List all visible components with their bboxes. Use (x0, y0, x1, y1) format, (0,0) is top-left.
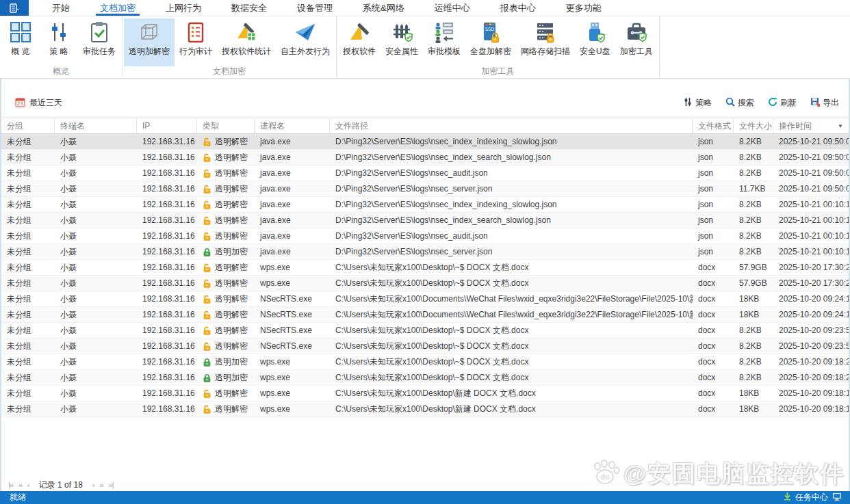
table-row[interactable]: 未分组小聂192.168.31.16透明加密wps.exeC:\Users\未知… (1, 370, 849, 386)
table-row[interactable]: 未分组小聂192.168.31.16透明解密NSecRTS.exeC:\User… (1, 307, 849, 323)
action-刷新[interactable]: 刷新 (768, 97, 797, 109)
ribbon-item-授权软件[interactable]: 授权软件 (338, 18, 381, 66)
cell-type: 透明解密 (197, 150, 255, 165)
cell-terminal: 小聂 (55, 150, 137, 165)
fast-prev-button[interactable]: « (16, 481, 25, 489)
next-page-button[interactable]: › (90, 481, 97, 489)
table-row[interactable]: 未分组小聂192.168.31.16透明解密wps.exeC:\Users\未知… (1, 276, 849, 291)
cell-group: 未分组 (1, 197, 55, 212)
ribbon-item-概览[interactable]: 概 览 (1, 18, 40, 66)
table-row[interactable]: 未分组小聂192.168.31.16透明加密java.exeD:\Ping32\… (1, 244, 849, 260)
table-row[interactable]: 未分组小聂192.168.31.16透明解密java.exeD:\Ping32\… (1, 150, 849, 165)
ribbon-item-加密工具[interactable]: 加密工具 (615, 18, 658, 66)
column-header-ip[interactable]: IP (137, 118, 197, 133)
cell-format: json (693, 244, 734, 259)
last-page-button[interactable]: »| (106, 481, 116, 489)
cell-type: 透明解密 (197, 165, 255, 181)
cell-format: json (693, 228, 734, 243)
cell-format: docx (693, 260, 734, 275)
first-page-button[interactable]: |« (5, 481, 16, 489)
column-header-terminal[interactable]: 终端名 (55, 118, 137, 133)
tab-数据安全[interactable]: 数据安全 (216, 0, 282, 16)
date-filter-label: 最近三天 (29, 97, 62, 109)
tab-运维中心[interactable]: 运维中心 (420, 0, 485, 16)
lock-open-icon (203, 137, 211, 146)
column-header-type[interactable]: 类型 (197, 118, 255, 133)
ribbon-item-策略[interactable]: 策 略 (40, 18, 78, 66)
table-row[interactable]: 未分组小聂192.168.31.16透明解密java.exeD:\Ping32\… (1, 197, 849, 213)
svg-text:SSD: SSD (485, 27, 494, 32)
date-filter-button[interactable]: 23 最近三天 (15, 97, 62, 109)
tab-上网行为[interactable]: 上网行为 (151, 0, 216, 16)
table-row[interactable]: 未分组小聂192.168.31.16透明解密NSecRTS.exeC:\User… (1, 291, 849, 307)
column-label: IP (142, 121, 150, 131)
tab-设备管理[interactable]: 设备管理 (282, 0, 348, 16)
cell-format: docx (693, 276, 734, 291)
fast-next-button[interactable]: » (96, 481, 105, 489)
task-center-button[interactable]: 任务中心 (784, 492, 842, 503)
cell-group: 未分组 (1, 165, 55, 181)
type-label: 透明解密 (215, 278, 248, 289)
cell-format: json (693, 165, 734, 181)
table-row[interactable]: 未分组小聂192.168.31.16透明解密wps.exeC:\Users\未知… (1, 401, 849, 417)
ribbon-item-授权软件统计[interactable]: 授权软件统计 (217, 18, 276, 66)
prev-page-button[interactable]: ‹ (25, 481, 32, 489)
table-row[interactable]: 未分组小聂192.168.31.16透明解密java.exeD:\Ping32\… (1, 213, 849, 228)
ribbon-item-安全U盘[interactable]: 安全U盘 (575, 18, 615, 66)
cell-size: 8.2KB (734, 165, 773, 181)
ribbon-item-行为审计[interactable]: 行为审计 (175, 18, 217, 66)
cell-group: 未分组 (1, 370, 55, 385)
column-header-path[interactable]: 文件路径 (330, 118, 693, 133)
column-label: 操作时间 (779, 120, 812, 132)
action-导出[interactable]: 导出 (810, 97, 839, 109)
table-row[interactable]: 未分组小聂192.168.31.16透明解密java.exeD:\Ping32\… (1, 134, 849, 150)
cell-type: 透明解密 (197, 386, 255, 401)
app-menu-button[interactable] (0, 0, 29, 16)
tab-更多功能[interactable]: 更多功能 (551, 0, 617, 16)
tab-报表中心[interactable]: 报表中心 (485, 0, 551, 16)
cell-size: 18KB (734, 386, 773, 401)
ribbon-item-自主外发行为[interactable]: 自主外发行为 (276, 18, 335, 66)
table-row[interactable]: 未分组小聂192.168.31.16透明解密wps.exeC:\Users\未知… (1, 386, 849, 401)
lock-open-icon (203, 326, 211, 335)
table-row[interactable]: 未分组小聂192.168.31.16透明解密java.exeD:\Ping32\… (1, 228, 849, 244)
ribbon-item-审批模板[interactable]: 审批模板 (423, 18, 465, 66)
action-搜索[interactable]: 搜索 (725, 97, 754, 109)
ribbon-item-安全属性[interactable]: 安全属性 (381, 18, 423, 66)
ribbon-group-概览: 概 览策 略审批任务概览 (0, 16, 123, 78)
status-bar: 就绪 任务中心 (0, 491, 850, 504)
tab-开始[interactable]: 开始 (37, 0, 85, 16)
action-label: 刷新 (780, 97, 797, 109)
ribbon-item-透明加解密[interactable]: 透明加解密 (124, 18, 175, 66)
cell-ip: 192.168.31.16 (137, 150, 197, 165)
tab-文档加密[interactable]: 文档加密 (85, 0, 151, 16)
tab-系统&网络[interactable]: 系统&网络 (348, 0, 420, 16)
table-row[interactable]: 未分组小聂192.168.31.16透明解密NSecRTS.exeC:\User… (1, 323, 849, 339)
column-header-process[interactable]: 进程名 (255, 118, 330, 133)
column-header-format[interactable]: 文件格式 (693, 118, 734, 133)
table-row[interactable]: 未分组小聂192.168.31.16透明加密wps.exeC:\Users\未知… (1, 354, 849, 370)
sort-desc-icon[interactable]: ▼ (838, 123, 843, 129)
cell-format: json (693, 213, 734, 228)
table-row[interactable]: 未分组小聂192.168.31.16透明解密NSecRTS.exeC:\User… (1, 339, 849, 354)
column-header-time[interactable]: 操作时间▼ (773, 118, 849, 133)
action-策略[interactable]: 策略 (683, 97, 712, 109)
ribbon-item-网络存储扫描[interactable]: 网络存储扫描 (516, 18, 575, 66)
download-arrow-icon (784, 492, 791, 503)
cell-path: C:\Users\未知玩家x100\Desktop\~$ DOCX 文档.doc… (330, 339, 693, 354)
cell-process: NSecRTS.exe (255, 307, 330, 322)
column-header-group[interactable]: 分组 (1, 118, 55, 133)
column-label: 文件路径 (335, 120, 368, 132)
ribbon-item-审批任务[interactable]: 审批任务 (78, 18, 120, 66)
ribbon-item-全盘加解密[interactable]: SSD全盘加解密 (465, 18, 516, 66)
authorized-software-icon (347, 20, 372, 44)
cell-ip: 192.168.31.16 (137, 401, 197, 416)
cell-size: 11.7KB (734, 181, 773, 196)
table-row[interactable]: 未分组小聂192.168.31.16透明解密wps.exeC:\Users\未知… (1, 260, 849, 276)
table-row[interactable]: 未分组小聂192.168.31.16透明解密java.exeD:\Ping32\… (1, 181, 849, 197)
cell-group: 未分组 (1, 339, 55, 354)
table-row[interactable]: 未分组小聂192.168.31.16透明解密java.exeD:\Ping32\… (1, 165, 849, 181)
column-label: 类型 (203, 120, 219, 132)
cell-group: 未分组 (1, 244, 55, 259)
column-header-size[interactable]: 文件大小 (734, 118, 773, 133)
